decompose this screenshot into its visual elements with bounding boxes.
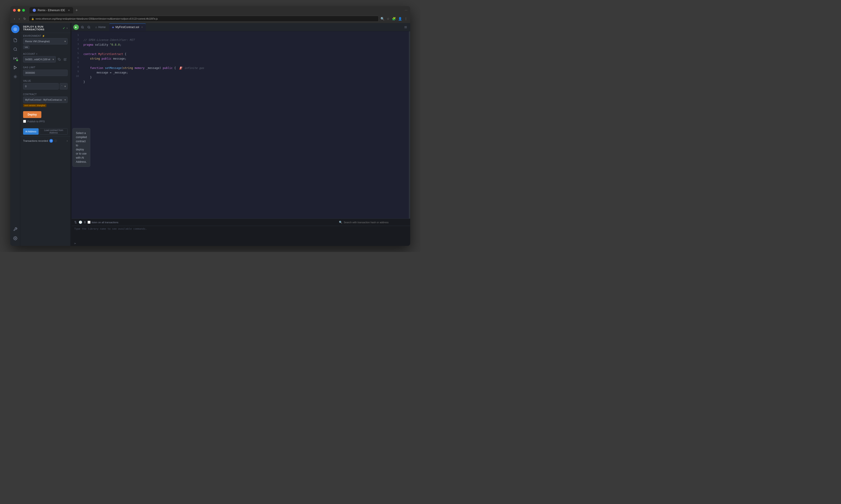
gas-limit-label: GAS LIMIT [23, 66, 68, 69]
transactions-expand-icon[interactable]: › [67, 139, 68, 142]
contract-section: CONTRACT MyFirstContract - MyFirstContra… [20, 91, 70, 109]
sidebar-item-debug[interactable] [12, 73, 19, 80]
icon-sidebar-bottom [12, 225, 19, 244]
deploy-panel-header: DEPLOY & RUN TRANSACTIONS ✓ › [20, 23, 70, 33]
listen-all-tx-label: listen on all transactions [92, 221, 118, 224]
bookmark-icon[interactable]: ☆ [387, 17, 390, 20]
environment-select-wrapper: Remix VM (Shanghai) ▼ [23, 38, 68, 44]
lock-icon: 🔒 [31, 18, 34, 20]
svg-point-6 [15, 238, 16, 239]
sidebar-item-compiler[interactable] [12, 55, 19, 62]
expand-arrow-icon[interactable]: › [67, 26, 68, 30]
deploy-button[interactable]: Deploy [23, 111, 41, 118]
extension-icon[interactable]: 🧩 [392, 17, 396, 20]
window-controls: ⋯ [405, 9, 408, 12]
zoom-icon[interactable]: 🔍 [380, 17, 384, 20]
transactions-label: Transactions recorded [23, 140, 48, 142]
sidebar-item-files[interactable] [12, 36, 19, 44]
address-bar-url: remix.ethereum.org/#lang=en&optimize=fal… [35, 18, 158, 20]
publish-ipfs-label: Publish to IPFS [28, 120, 45, 123]
terminal-area: ⇅ 🕐 0 listen on all transactions 🔍 Type … [71, 218, 410, 246]
sidebar-item-tools[interactable] [12, 225, 19, 233]
editor-scrollbar[interactable] [409, 31, 410, 218]
transactions-row[interactable]: Transactions recorded 0 ⓘ › [20, 137, 70, 145]
remix-logo: ◎ [11, 25, 19, 33]
transactions-count-badge: 0 [49, 139, 53, 143]
app-body: ◎ [10, 23, 410, 246]
code-content[interactable]: // SPDX-License-Identifier: MIT pragma s… [81, 31, 409, 218]
menu-icon[interactable]: ⋮ [404, 17, 408, 20]
tab-mycontract[interactable]: ◈ MyFirstContract.sol ✕ [109, 23, 145, 31]
value-input[interactable] [23, 83, 59, 89]
browser-tab-remix[interactable]: Remix - Ethereum IDE ✕ [30, 7, 73, 14]
deploy-panel-title: DEPLOY & RUN TRANSACTIONS [23, 25, 61, 31]
search-bar: 🔍 [339, 221, 408, 224]
terminal-clock-icon[interactable]: 🕐 [79, 220, 82, 224]
unit-select[interactable]: Wei Gwei Ether [59, 83, 68, 89]
close-tab-icon[interactable]: ✕ [141, 26, 143, 29]
environment-info-icon[interactable]: ⚡ [42, 35, 45, 37]
account-label: ACCOUNT + [23, 53, 68, 55]
tab-home-label: Home [98, 25, 106, 29]
code-editor: 12345 678910 // SPDX-License-Identifier:… [71, 31, 410, 218]
forward-button[interactable]: › [18, 16, 21, 21]
environment-select[interactable]: Remix VM (Shanghai) [23, 38, 68, 44]
run-button[interactable]: ▶ [73, 24, 79, 30]
account-select-wrapper: 0x5B3...eddC4 (100 ether) ▼ [23, 56, 56, 62]
panel-container: DEPLOY & RUN TRANSACTIONS ✓ › ENVIRONMEN… [20, 23, 71, 246]
svg-point-5 [15, 76, 16, 77]
close-window-button[interactable] [13, 9, 16, 12]
listen-all-tx-checkbox[interactable] [87, 221, 90, 224]
tab-home[interactable]: ⌂ Home [92, 23, 108, 31]
contract-select[interactable]: MyFirstContract - MyFirstContract.so [23, 96, 68, 103]
vm-badge: VM [23, 46, 30, 49]
edit-account-button[interactable] [63, 57, 68, 62]
sidebar-item-deploy[interactable] [12, 64, 19, 71]
gas-limit-section: GAS LIMIT [20, 65, 70, 78]
reload-button[interactable]: ↻ [22, 16, 27, 21]
svg-line-1 [16, 50, 17, 51]
back-button[interactable]: ‹ [13, 16, 16, 21]
zoom-in-button[interactable] [80, 24, 85, 30]
editor-tabs: ▶ ⌂ Home ◈ MyFirstContract. [71, 23, 410, 31]
unit-select-wrapper: Wei Gwei Ether ▼ [59, 83, 68, 89]
copy-address-button[interactable] [57, 57, 62, 62]
terminal-toolbar: ⇅ 🕐 0 listen on all transactions 🔍 [71, 219, 410, 226]
deploy-button-section: Deploy Publish to IPFS [20, 109, 70, 125]
profile-icon[interactable]: 👤 [398, 17, 402, 20]
tab-file-label: MyFirstContract.sol [116, 25, 139, 29]
terminal-search-input[interactable] [344, 221, 408, 224]
sidebar-item-settings[interactable] [12, 234, 19, 242]
icon-sidebar: ◎ [10, 23, 20, 246]
home-icon: ⌂ [95, 25, 97, 29]
publish-ipfs-checkbox[interactable] [23, 120, 26, 123]
address-btn-row: At Address Load contract from Address [23, 128, 68, 135]
value-label: VALUE [23, 80, 68, 82]
publish-ipfs-row: Publish to IPFS [23, 120, 68, 123]
terminal-prompt[interactable]: > [71, 241, 410, 246]
deploy-row: Deploy [23, 111, 68, 118]
maximize-window-button[interactable] [22, 9, 25, 12]
value-section: VALUE Wei Gwei Ether ▼ [20, 78, 70, 91]
account-select[interactable]: 0x5B3...eddC4 (100 ether) [23, 56, 56, 62]
gas-limit-input[interactable] [23, 70, 68, 76]
address-bar[interactable]: 🔒 remix.ethereum.org/#lang=en&optimize=f… [29, 16, 379, 22]
new-tab-button[interactable]: + [74, 8, 79, 13]
terminal-collapse-icon[interactable]: ⇅ [74, 220, 77, 224]
at-address-button[interactable]: At Address [23, 128, 39, 135]
environment-label: ENVIRONMENT ⚡ [23, 35, 68, 37]
sidebar-item-search[interactable] [12, 46, 19, 53]
svg-marker-3 [14, 66, 16, 69]
terminal-content: Type the library name to see available c… [71, 226, 410, 241]
transactions-info-icon[interactable]: ⓘ [54, 139, 57, 143]
zoom-out-button[interactable] [86, 24, 92, 30]
browser-tab-close[interactable]: ✕ [68, 9, 70, 12]
svg-line-9 [83, 28, 84, 28]
editor-settings-icon[interactable] [403, 24, 408, 30]
minimize-window-button[interactable] [18, 9, 20, 12]
deploy-panel: DEPLOY & RUN TRANSACTIONS ✓ › ENVIRONMEN… [20, 23, 71, 246]
evm-badge: evm version: shanghai [23, 104, 46, 107]
account-section: ACCOUNT + 0x5B3...eddC4 (100 ether) ▼ [20, 51, 70, 65]
load-contract-button[interactable]: Load contract from Address [39, 128, 68, 135]
account-plus-icon[interactable]: + [36, 53, 37, 55]
